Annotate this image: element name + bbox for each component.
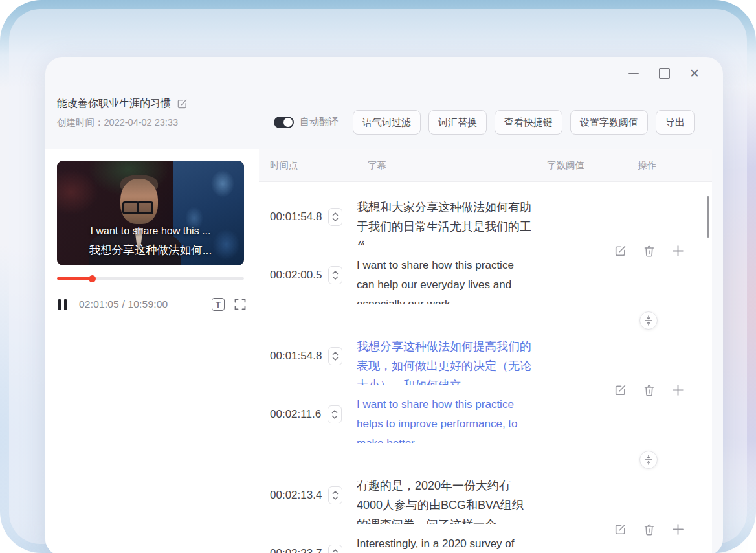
time-stepper[interactable]	[328, 545, 342, 553]
col-header-actions: 操作	[638, 159, 656, 172]
time-cell: 00:01:54.8	[259, 198, 357, 236]
maximize-button[interactable]	[658, 67, 671, 80]
add-icon[interactable]	[672, 384, 684, 397]
subtitle-row: 00:02:00.5I want to share how this pract…	[259, 256, 712, 304]
set-word-threshold-button[interactable]: 设置字数阈值	[570, 110, 648, 135]
pause-button[interactable]	[58, 299, 67, 310]
time-cell: 00:02:23.7	[259, 534, 357, 553]
time-cell: 00:01:54.8	[259, 337, 357, 376]
auto-translate-toggle[interactable]	[274, 117, 294, 128]
table-header: 时间点 字幕 字数阈值 操作	[259, 149, 712, 182]
col-header-threshold: 字数阈值	[547, 159, 584, 172]
subtitle-row: 00:01:54.8我想分享这种做法如何提高我们的表现，如何做出更好的决定（无论…	[259, 337, 712, 385]
row-actions	[614, 523, 684, 536]
subtitle-row: 00:02:23.7Interestingly, in a 2020 surve…	[259, 534, 712, 553]
edit-icon[interactable]	[614, 245, 627, 258]
video-subtitle-en: I want to share how this ...	[57, 222, 244, 241]
col-header-subtitle: 字幕	[368, 159, 386, 172]
maximize-icon	[659, 68, 670, 79]
time-cell: 00:02:13.4	[259, 476, 357, 515]
time-stepper[interactable]	[328, 486, 342, 504]
minimize-icon	[628, 73, 639, 74]
video-progress-bar[interactable]	[57, 276, 244, 281]
header-block: 能改善你职业生涯的习惯 创建时间：2022-04-02 23:33	[57, 97, 188, 129]
playback-time: 02:01:05 / 10:59:00	[79, 299, 168, 310]
subtitle-text[interactable]: I want to share how this practice can he…	[357, 256, 533, 304]
col-header-time: 时间点	[270, 159, 298, 172]
merge-icon	[645, 455, 652, 465]
toggle-knob	[284, 118, 293, 127]
window-controls: ✕	[627, 66, 701, 80]
delete-icon[interactable]	[643, 245, 655, 258]
timestamp[interactable]: 00:01:54.8	[270, 350, 322, 363]
content-area: I want to share how this ... 我想分享这种做法如何.…	[45, 149, 712, 553]
app-window: ✕ 能改善你职业生涯的习惯 创建时间：2022-04-02 23:33 自动翻译…	[45, 57, 723, 553]
subtitle-row: 00:02:11.6I want to share how this pract…	[259, 395, 712, 443]
page-title: 能改善你职业生涯的习惯	[57, 97, 171, 111]
filler-words-filter-button[interactable]: 语气词过滤	[353, 110, 421, 135]
delete-icon[interactable]	[643, 523, 655, 536]
time-cell: 00:02:00.5	[259, 256, 357, 295]
merge-rows-button[interactable]	[639, 311, 658, 330]
time-cell: 00:02:11.6	[259, 395, 357, 434]
subtitle-group: 00:01:54.8我想分享这种做法如何提高我们的表现，如何做出更好的决定（无论…	[259, 321, 712, 460]
time-stepper[interactable]	[328, 266, 342, 284]
scrollbar-thumb[interactable]	[707, 196, 709, 238]
merge-rows-button[interactable]	[639, 451, 658, 469]
timestamp[interactable]: 00:02:00.5	[270, 269, 322, 282]
subtitle-text[interactable]: I want to share how this practice helps …	[357, 395, 533, 443]
minimize-button[interactable]	[627, 67, 640, 80]
subtitle-group: 00:01:54.8我想和大家分享这种做法如何有助于我们的日常生活尤其是我们的工…	[259, 182, 712, 321]
subtitle-text-toggle-icon[interactable]: T	[212, 298, 225, 311]
subtitle-text[interactable]: Interestingly, in a 2020 survey of some …	[357, 534, 533, 553]
edit-icon[interactable]	[614, 384, 627, 397]
video-subtitle-overlay: I want to share how this ... 我想分享这种做法如何.…	[57, 222, 244, 260]
video-subtitle-zh: 我想分享这种做法如何...	[57, 241, 244, 260]
timestamp[interactable]: 00:02:13.4	[270, 489, 322, 502]
progress-fill	[57, 277, 92, 280]
delete-icon[interactable]	[643, 384, 655, 397]
subtitle-groups: 00:01:54.8我想和大家分享这种做法如何有助于我们的日常生活尤其是我们的工…	[259, 182, 712, 553]
timestamp[interactable]: 00:01:54.8	[270, 210, 322, 223]
row-actions	[614, 384, 684, 397]
timestamp[interactable]: 00:02:11.6	[270, 408, 321, 421]
add-icon[interactable]	[672, 245, 684, 258]
word-replace-button[interactable]: 词汇替换	[428, 110, 487, 135]
export-button[interactable]: 导出	[656, 110, 695, 135]
timestamp[interactable]: 00:02:23.7	[270, 547, 322, 553]
video-thumbnail[interactable]: I want to share how this ... 我想分享这种做法如何.…	[57, 161, 244, 265]
subtitle-text[interactable]: 有趣的是，2020年一份大约有4000人参与的由BCG和BVA组织的调查问卷，问…	[357, 476, 533, 524]
subtitle-row: 00:01:54.8我想和大家分享这种做法如何有助于我们的日常生活尤其是我们的工…	[259, 198, 712, 245]
subtitle-text[interactable]: 我想和大家分享这种做法如何有助于我们的日常生活尤其是我们的工作	[357, 198, 533, 245]
app-canvas: ✕ 能改善你职业生涯的习惯 创建时间：2022-04-02 23:33 自动翻译…	[0, 0, 756, 553]
close-button[interactable]: ✕	[688, 67, 701, 80]
add-icon[interactable]	[672, 523, 684, 536]
view-shortcuts-button[interactable]: 查看快捷键	[495, 110, 562, 135]
auto-translate-control: 自动翻译	[274, 116, 339, 128]
edit-icon[interactable]	[614, 523, 627, 536]
player-controls: 02:01:05 / 10:59:00 T	[58, 296, 246, 313]
edit-title-icon[interactable]	[177, 98, 188, 109]
time-stepper[interactable]	[328, 347, 342, 365]
progress-knob[interactable]	[89, 275, 96, 282]
fullscreen-icon[interactable]	[234, 299, 246, 310]
row-actions	[614, 245, 684, 258]
time-stepper[interactable]	[328, 405, 342, 423]
subtitle-row: 00:02:13.4有趣的是，2020年一份大约有4000人参与的由BCG和BV…	[259, 476, 712, 524]
subtitle-group: 00:02:13.4有趣的是，2020年一份大约有4000人参与的由BCG和BV…	[259, 460, 712, 553]
auto-translate-label: 自动翻译	[300, 116, 339, 128]
time-stepper[interactable]	[328, 208, 342, 226]
toolbar: 自动翻译 语气词过滤 词汇替换 查看快捷键 设置字数阈值 导出	[274, 110, 695, 135]
subtitle-text[interactable]: 我想分享这种做法如何提高我们的表现，如何做出更好的决定（无论大小），和如何建立	[357, 337, 533, 385]
created-time: 创建时间：2022-04-02 23:33	[57, 117, 188, 129]
merge-icon	[645, 315, 652, 326]
